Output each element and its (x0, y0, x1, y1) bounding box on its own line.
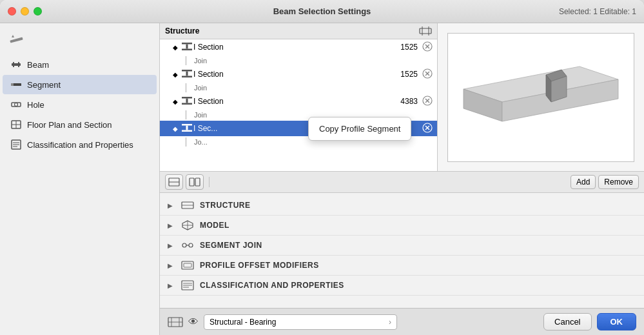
preview-panel (438, 23, 644, 172)
sidebar-classification-label: Classification and Properties (27, 140, 133, 150)
sidebar-item-classification[interactable]: Classification and Properties (3, 135, 157, 154)
join-label-4: Jo... (194, 138, 208, 146)
i-section-icon-2 (182, 70, 192, 77)
bottom-bar-left: 👁 Structural - Bearing › (168, 314, 538, 330)
profile-offset-icon (181, 260, 194, 270)
svg-rect-38 (186, 126, 188, 130)
minimize-button[interactable] (21, 7, 29, 15)
row2-value: 1525 (388, 70, 420, 79)
section-row-segment-join[interactable]: ▶ SEGMENT JOIN (160, 236, 644, 256)
svg-rect-31 (182, 97, 192, 99)
window-title: Beam Selection Settings (273, 6, 371, 16)
section-row-profile-offset[interactable]: ▶ PROFILE OFFSET MODIFIERS (160, 256, 644, 276)
row1-badge (420, 41, 434, 53)
svg-point-60 (189, 243, 193, 247)
svg-rect-19 (182, 43, 192, 45)
svg-rect-0 (10, 37, 23, 43)
tree-panel: Structure ◆ (160, 23, 438, 172)
selected-info: Selected: 1 Editable: 1 (559, 7, 636, 16)
sidebar: Beam Segment Hole (0, 23, 160, 335)
traffic-lights (8, 7, 42, 15)
join-label-1: Join (194, 57, 207, 65)
view-icon-btn-1[interactable] (165, 174, 183, 190)
top-section: Structure ◆ (160, 23, 644, 172)
i-section-icon-4 (182, 124, 192, 132)
titlebar: Beam Selection Settings Selected: 1 Edit… (0, 0, 644, 23)
floor-plan-icon (10, 119, 22, 130)
segment-join-icon (181, 240, 194, 250)
sidebar-segment-label: Segment (27, 80, 61, 90)
tree-row-2[interactable]: ◆ I Section 1525 (160, 66, 437, 82)
join-row-2: Join (160, 82, 437, 94)
remove-button[interactable]: Remove (598, 175, 639, 189)
segment-join-section-icon (181, 239, 195, 251)
segment-join-arrow-icon: ▶ (168, 242, 175, 249)
view-icon-2 (189, 178, 200, 187)
structure-section-icon (181, 199, 195, 211)
app-icon (8, 32, 26, 50)
join-row-1: Join (160, 55, 437, 66)
structural-bearing-icon (168, 315, 183, 329)
join-label-3: Join (194, 111, 207, 119)
i-section-icon-3 (182, 97, 192, 105)
join-label-2: Join (194, 84, 207, 92)
tree-header-label: Structure (165, 26, 199, 36)
close-button[interactable] (8, 7, 16, 15)
bottom-bar: 👁 Structural - Bearing › Cancel OK (160, 308, 644, 335)
svg-marker-1 (12, 35, 14, 37)
ok-button[interactable]: OK (597, 313, 637, 330)
tree-row-3[interactable]: ◆ I Section 4383 (160, 94, 437, 109)
profile-offset-section-icon (181, 259, 195, 271)
section-row-model[interactable]: ▶ MODEL (160, 216, 644, 236)
svg-rect-37 (182, 124, 192, 126)
sidebar-item-hole[interactable]: Hole (3, 95, 157, 114)
dropdown-label: Structural - Bearing (210, 318, 276, 327)
row4-arrow: ◆ (173, 125, 181, 132)
svg-rect-33 (182, 103, 192, 105)
svg-rect-39 (182, 130, 192, 132)
copy-profile-segment-menu-item[interactable]: Copy Profile Segment (309, 120, 411, 137)
segment-join-label: SEGMENT JOIN (200, 241, 262, 250)
structure-label: STRUCTURE (200, 201, 251, 210)
classification-props-arrow-icon: ▶ (168, 282, 175, 289)
sidebar-logo (0, 28, 159, 54)
view-icon-btn-2[interactable] (186, 174, 204, 190)
tree-header-icon (419, 26, 432, 36)
cancel-button[interactable]: Cancel (543, 313, 591, 330)
segment-icon (10, 79, 22, 90)
beam-3d-svg (451, 37, 631, 157)
sidebar-floor-plan-label: Floor Plan and Section (27, 120, 112, 130)
svg-point-59 (182, 243, 186, 247)
row2-section-icon (181, 70, 193, 79)
structural-bearing-dropdown[interactable]: Structural - Bearing › (204, 314, 397, 330)
row1-section-icon (181, 43, 193, 52)
toolbar-divider (209, 177, 210, 187)
sidebar-hole-label: Hole (27, 100, 44, 110)
tree-header: Structure (160, 23, 437, 39)
svg-rect-6 (11, 83, 14, 86)
section-row-classification-props[interactable]: ▶ CLASSIFICATION AND PROPERTIES (160, 276, 644, 296)
sidebar-item-floor-plan[interactable]: Floor Plan and Section (3, 115, 157, 134)
row2-badge-icon (422, 68, 433, 79)
model-label: MODEL (200, 221, 229, 230)
sidebar-item-beam[interactable]: Beam (3, 55, 157, 74)
view-icon-1 (168, 178, 180, 187)
3d-preview (447, 33, 634, 162)
sidebar-item-segment[interactable]: Segment (3, 75, 157, 94)
tree-row-1[interactable]: ◆ I Section 1525 (160, 39, 437, 55)
svg-rect-52 (190, 178, 194, 186)
right-panel: Structure ◆ (160, 23, 644, 335)
toolbar-row: Add Remove (160, 172, 644, 193)
svg-rect-63 (184, 263, 191, 267)
add-button[interactable]: Add (571, 175, 596, 189)
main-window: Beam Selection Settings Selected: 1 Edit… (0, 0, 644, 335)
beam-app-icon (8, 32, 26, 50)
structure-arrow-icon: ▶ (168, 202, 175, 209)
row1-badge-icon (422, 41, 433, 52)
classification-props-icon (181, 280, 194, 290)
row3-badge-icon (422, 96, 433, 106)
join-line-1 (186, 56, 186, 65)
chevron-right-icon: › (389, 318, 391, 327)
maximize-button[interactable] (34, 7, 42, 15)
section-row-structure[interactable]: ▶ STRUCTURE (160, 196, 644, 216)
